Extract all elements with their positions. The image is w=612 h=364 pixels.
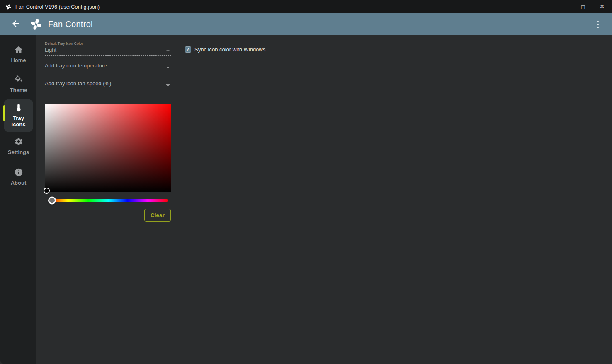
sidebar-item-label: Tray Icons bbox=[9, 115, 29, 128]
kebab-menu-icon[interactable] bbox=[595, 19, 600, 30]
sidebar-item-theme[interactable]: Theme bbox=[0, 75, 36, 93]
color-picker-cursor[interactable] bbox=[44, 188, 50, 194]
chevron-down-icon bbox=[166, 50, 170, 52]
app-body: Home Theme Tray Icons Settings bbox=[0, 35, 612, 364]
page-title: Fan Control bbox=[48, 19, 93, 29]
field-value: Light bbox=[45, 47, 171, 53]
add-tray-icon-temperature-select[interactable]: Add tray icon temperature bbox=[45, 63, 171, 73]
sidebar-item-label: Home bbox=[11, 57, 26, 63]
field-label: Default Tray Icon Color bbox=[45, 41, 171, 46]
close-button[interactable]: × bbox=[593, 0, 612, 13]
hue-slider[interactable] bbox=[49, 199, 168, 202]
app-window: Fan Control V196 (userConfig.json) ─ □ × bbox=[0, 0, 612, 364]
sync-icon-color-checkbox-row[interactable]: ✓ Sync icon color with Windows bbox=[185, 46, 265, 53]
default-tray-icon-color-select[interactable]: Default Tray Icon Color Light bbox=[45, 41, 171, 56]
sidebar-item-home[interactable]: Home bbox=[0, 45, 36, 63]
field-placeholder: Add tray icon fan speed (%) bbox=[45, 80, 171, 87]
clear-button[interactable]: Clear bbox=[144, 209, 171, 222]
checkbox-checked[interactable]: ✓ bbox=[185, 46, 191, 53]
app-header: Fan Control bbox=[0, 13, 612, 35]
sidebar: Home Theme Tray Icons Settings bbox=[0, 35, 36, 364]
sidebar-item-settings[interactable]: Settings bbox=[0, 137, 36, 155]
titlebar: Fan Control V196 (userConfig.json) ─ □ × bbox=[0, 0, 612, 13]
add-tray-icon-fan-speed-select[interactable]: Add tray icon fan speed (%) bbox=[45, 80, 171, 91]
fan-logo-icon bbox=[29, 18, 43, 31]
sidebar-item-tray-icons[interactable]: Tray Icons bbox=[4, 99, 33, 132]
sidebar-item-label: About bbox=[11, 180, 27, 186]
maximize-button[interactable]: □ bbox=[573, 0, 593, 13]
main-content: Default Tray Icon Color Light Add tray i… bbox=[36, 35, 612, 364]
window-controls: ─ □ × bbox=[554, 0, 612, 13]
home-icon bbox=[14, 45, 23, 56]
fan-logo-icon bbox=[5, 4, 12, 10]
chevron-down-icon bbox=[166, 67, 170, 69]
paint-bucket-icon bbox=[14, 75, 23, 86]
hue-slider-thumb[interactable] bbox=[48, 197, 56, 205]
chevron-down-icon bbox=[166, 84, 170, 87]
selected-tab-indicator bbox=[3, 105, 5, 121]
checkbox-label: Sync icon color with Windows bbox=[194, 46, 265, 53]
field-placeholder: Add tray icon temperature bbox=[45, 63, 171, 69]
sidebar-item-about[interactable]: About bbox=[0, 168, 36, 186]
gear-icon bbox=[14, 137, 23, 148]
sidebar-item-label: Theme bbox=[10, 87, 27, 93]
selected-color-field-underline bbox=[49, 222, 131, 222]
saturation-value-picker[interactable] bbox=[45, 104, 171, 192]
sidebar-item-label: Settings bbox=[8, 149, 29, 155]
info-icon bbox=[14, 168, 23, 178]
arrow-left-icon bbox=[11, 19, 21, 30]
thermometer-icon bbox=[14, 103, 23, 114]
window-title: Fan Control V196 (userConfig.json) bbox=[15, 4, 100, 10]
minimize-button[interactable]: ─ bbox=[554, 0, 573, 13]
back-button[interactable] bbox=[11, 19, 21, 30]
